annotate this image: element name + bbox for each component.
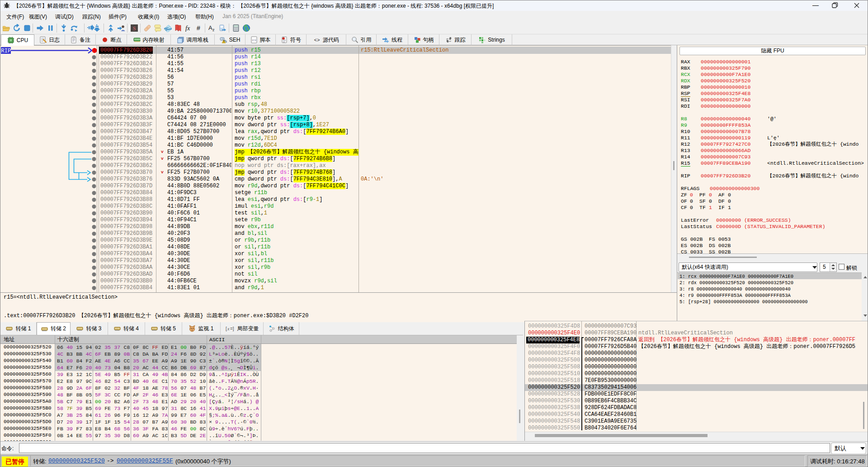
svg-text:S: S	[133, 25, 136, 32]
svg-text:!: !	[223, 40, 224, 43]
svg-text:x: x	[227, 326, 230, 331]
svg-text:#: #	[197, 24, 200, 32]
svg-text:RIP: RIP	[1, 48, 11, 54]
svg-text:=]: =]	[230, 326, 234, 331]
svg-text:fx: fx	[185, 25, 190, 32]
svg-text:z: z	[212, 28, 215, 32]
svg-text:<>: <>	[252, 38, 256, 42]
svg-text:A: A	[208, 24, 212, 31]
svg-text:[: [	[226, 326, 227, 331]
svg-text:<>: <>	[314, 38, 320, 43]
